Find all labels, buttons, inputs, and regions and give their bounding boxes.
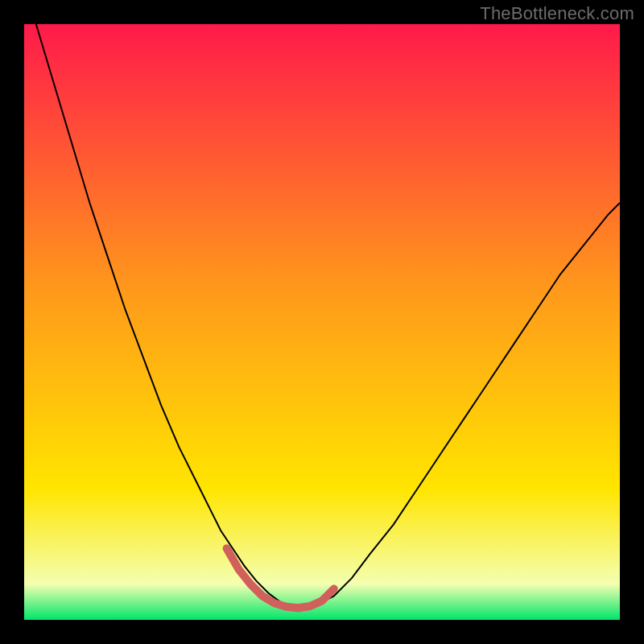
chart-frame: TheBottleneck.com: [0, 0, 644, 644]
plot-area: [24, 24, 620, 620]
chart-svg: [24, 24, 620, 620]
chart-background: [24, 24, 620, 620]
watermark-text: TheBottleneck.com: [480, 3, 634, 24]
